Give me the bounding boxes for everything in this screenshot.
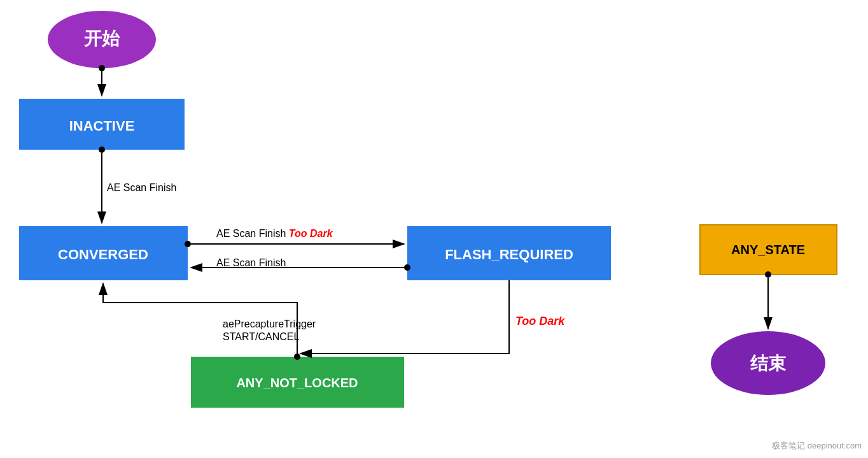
svg-point-8 — [404, 264, 410, 271]
svg-point-11 — [765, 271, 771, 278]
label-ae-scan-finish-inactive: AE Scan Finish — [107, 182, 176, 193]
svg-point-10 — [294, 354, 300, 360]
converged-label: CONVERGED — [58, 247, 148, 262]
svg-point-4 — [99, 147, 105, 153]
label-too-dark-2: Too Dark — [515, 315, 565, 327]
start-label: 开始 — [83, 29, 120, 48]
diagram-svg: 开始 INACTIVE AE Scan Finish CONVERGED FLA… — [0, 0, 868, 458]
diagram-container: 开始 INACTIVE AE Scan Finish CONVERGED FLA… — [0, 0, 868, 458]
label-start-cancel: START/CANCEL — [223, 331, 299, 342]
watermark: 极客笔记 deepinout.com — [772, 440, 862, 452]
end-label: 结束 — [750, 354, 787, 373]
inactive-label: INACTIVE — [69, 118, 135, 134]
any-state-label: ANY_STATE — [731, 243, 805, 257]
label-ae-scan-finish-2: AE Scan Finish — [216, 257, 286, 268]
any-not-locked-label: ANY_NOT_LOCKED — [236, 376, 358, 390]
svg-point-2 — [99, 65, 105, 71]
label-ae-scan-finish-too-dark: AE Scan Finish Too Dark — [216, 228, 333, 239]
svg-point-6 — [185, 241, 191, 247]
flash-required-label: FLASH_REQUIRED — [445, 247, 573, 262]
label-aeprecapturetrigger: aePrecaptureTrigger — [223, 318, 316, 329]
